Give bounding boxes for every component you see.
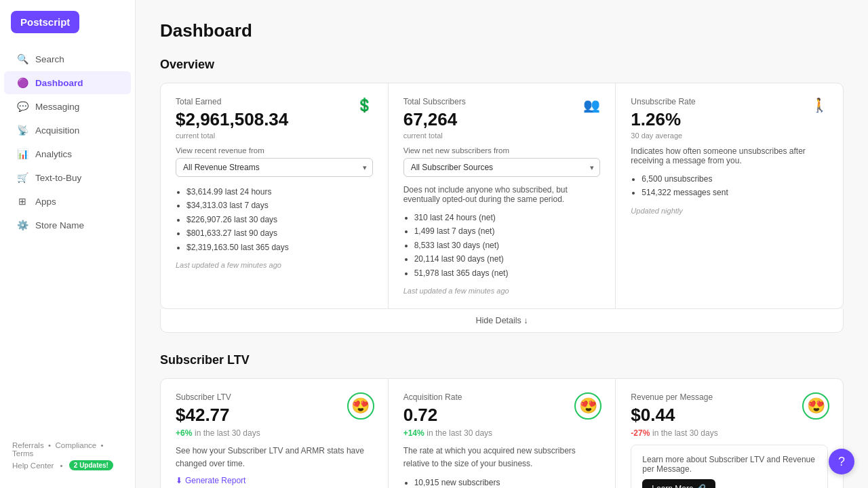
list-item: $34,313.03 last 7 days	[186, 199, 373, 212]
sidebar-item-apps[interactable]: ⊞Apps	[4, 190, 131, 213]
ltv-change-1: +6%	[176, 428, 192, 438]
revenue-select-label: View recent revenue from	[176, 146, 373, 155]
ltv-change-3: -27%	[631, 428, 650, 438]
total-earned-value: $2,961,508.34	[176, 109, 288, 130]
overview-cards: Total Earned $2,961,508.34 current total…	[160, 83, 844, 309]
subscribers-icon: 👥	[583, 97, 600, 113]
sidebar-item-analytics[interactable]: 📊Analytics	[4, 142, 131, 165]
sidebar-item-acquisition[interactable]: 📡Acquisition	[4, 119, 131, 142]
list-item: $3,614.99 last 24 hours	[186, 185, 373, 199]
ltv-period-1: in the last 30 days	[195, 428, 260, 438]
referrals-link[interactable]: Referrals	[12, 441, 44, 449]
total-earned-card: Total Earned $2,961,508.34 current total…	[161, 83, 389, 308]
list-item: $2,319,163.50 last 365 days	[186, 241, 373, 254]
ltv-body-2: The rate at which you acquired new subsc…	[403, 445, 601, 470]
sidebar-item-label-dashboard: Dashboard	[35, 78, 83, 88]
ltv-list-2: 10,915 new subscribers15,058 overall Sho…	[403, 476, 601, 488]
inner-card-text: Learn more about Subscriber LTV and Reve…	[642, 455, 816, 474]
list-item: 514,322 messages sent	[642, 186, 828, 199]
list-item: 20,114 last 90 days (net)	[414, 252, 601, 266]
sidebar-item-search[interactable]: 🔍Search	[4, 47, 131, 70]
total-subs-list: 310 last 24 hours (net)1,499 last 7 days…	[403, 211, 601, 280]
updates-badge: 2 Updates!	[69, 460, 113, 470]
list-item: 51,978 last 365 days (net)	[414, 266, 601, 280]
ltv-value-1: $42.77	[176, 405, 373, 426]
main-content: Dashboard Overview Total Earned $2,961,5…	[136, 0, 868, 488]
sidebar-item-label-search: Search	[35, 54, 64, 64]
sidebar: Postscript 🔍Search🟣Dashboard💬Messaging📡A…	[0, 0, 136, 488]
unsub-list: 6,500 unsubscribes514,322 messages sent	[631, 172, 828, 200]
ltv-period-3: in the last 30 days	[652, 428, 718, 438]
list-item: 310 last 24 hours (net)	[414, 211, 601, 224]
total-subscribers-card: Total Subscribers 67,264 current total 👥…	[389, 83, 616, 308]
apps-icon: ⊞	[16, 195, 28, 207]
sidebar-item-text-to-buy[interactable]: 🛒Text-to-Buy	[4, 166, 131, 189]
app-logo: Postscript	[11, 11, 79, 33]
overview-section: Overview Total Earned $2,961,508.34 curr…	[160, 58, 844, 333]
sidebar-item-label-messaging: Messaging	[35, 102, 79, 112]
ltv-value-2: 0.72	[403, 405, 601, 426]
total-subs-value: 67,264	[403, 109, 466, 130]
subscriber-source-select[interactable]: All Subscriber Sources	[403, 158, 601, 177]
list-item: 6,500 unsubscribes	[642, 172, 828, 186]
ltv-card-2: 😍 Acquisition Rate 0.72 +14% in the last…	[389, 379, 616, 488]
sidebar-item-store-name[interactable]: ⚙️Store Name	[4, 214, 131, 237]
total-earned-sub: current total	[176, 131, 288, 140]
total-subs-label: Total Subscribers	[403, 97, 466, 106]
terms-link[interactable]: Terms	[12, 449, 33, 458]
ltv-value-3: $0.44	[631, 405, 828, 426]
generate-report-label: Generate Report	[185, 476, 245, 485]
ltv-card-1: 😍 Subscriber LTV $42.77 +6% in the last …	[161, 379, 389, 488]
hide-details-bar[interactable]: Hide Details ↓	[160, 309, 844, 333]
list-item: $226,907.26 last 30 days	[186, 213, 373, 226]
sidebar-nav: 🔍Search🟣Dashboard💬Messaging📡Acquisition📊…	[0, 47, 135, 237]
compliance-link[interactable]: Compliance	[55, 441, 96, 449]
help-center-link[interactable]: Help Center	[12, 462, 54, 470]
ltv-label-1: Subscriber LTV	[176, 392, 373, 402]
ltv-label-2: Acquisition Rate	[403, 392, 601, 402]
search-icon: 🔍	[16, 53, 28, 65]
page-title: Dashboard	[160, 20, 844, 41]
revenue-stream-select[interactable]: All Revenue Streams	[176, 158, 373, 177]
ltv-section: Subscriber LTV 😍 Subscriber LTV $42.77 +…	[160, 353, 844, 488]
total-subs-footer: Last updated a few minutes ago	[403, 287, 601, 295]
sidebar-item-label-acquisition: Acquisition	[35, 125, 79, 136]
generate-report-link[interactable]: ⬇ Generate Report	[176, 476, 373, 485]
unsub-rate-value: 1.26%	[631, 109, 695, 130]
unsubscribe-icon: 🚶	[811, 97, 828, 113]
unsubscribe-rate-card: Unsubscribe Rate 1.26% 30 day average 🚶 …	[616, 83, 843, 308]
unsub-rate-sub: 30 day average	[631, 131, 695, 140]
ltv-emoji-1: 😍	[347, 392, 374, 420]
sidebar-item-label-analytics: Analytics	[35, 149, 72, 159]
list-item: $801,633.27 last 90 days	[186, 226, 373, 240]
sidebar-footer: Referrals • Compliance • Terms Help Cent…	[0, 434, 135, 477]
store-name-icon: ⚙️	[16, 219, 28, 231]
sidebar-item-label-store-name: Store Name	[35, 220, 84, 230]
ltv-cards: 😍 Subscriber LTV $42.77 +6% in the last …	[160, 378, 844, 488]
total-earned-label: Total Earned	[176, 97, 288, 106]
list-item: 10,915 new subscribers	[414, 476, 601, 488]
unsub-rate-label: Unsubscribe Rate	[631, 97, 695, 106]
dashboard-icon: 🟣	[16, 77, 28, 89]
help-fab[interactable]: ?	[829, 449, 854, 474]
ltv-body1-1: See how your Subscriber LTV and ARMR sta…	[176, 445, 373, 470]
sidebar-item-messaging[interactable]: 💬Messaging	[4, 95, 131, 118]
unsub-footer: Updated nightly	[631, 207, 828, 215]
logo-wrap: Postscript	[0, 11, 135, 47]
sidebar-item-label-text-to-buy: Text-to-Buy	[35, 173, 81, 183]
analytics-icon: 📊	[16, 148, 28, 160]
total-earned-footer: Last updated a few minutes ago	[176, 261, 373, 269]
subs-select-label: View net new subscribers from	[403, 146, 601, 155]
learn-more-button[interactable]: Learn More 🔗	[642, 479, 715, 488]
sidebar-item-label-apps: Apps	[35, 197, 56, 207]
ltv-section-title: Subscriber LTV	[160, 353, 844, 367]
text-to-buy-icon: 🛒	[16, 171, 28, 184]
dollar-icon: 💲	[356, 97, 373, 113]
list-item: 1,499 last 7 days (net)	[414, 224, 601, 238]
acquisition-icon: 📡	[16, 124, 28, 136]
messaging-icon: 💬	[16, 100, 28, 113]
total-earned-list: $3,614.99 last 24 hours$34,313.03 last 7…	[176, 185, 373, 254]
unsub-note: Indicates how often someone unsubscribes…	[631, 146, 828, 165]
ltv-card-3: 😍 Revenue per Message $0.44 -27% in the …	[616, 379, 843, 488]
sidebar-item-dashboard[interactable]: 🟣Dashboard	[4, 71, 131, 94]
